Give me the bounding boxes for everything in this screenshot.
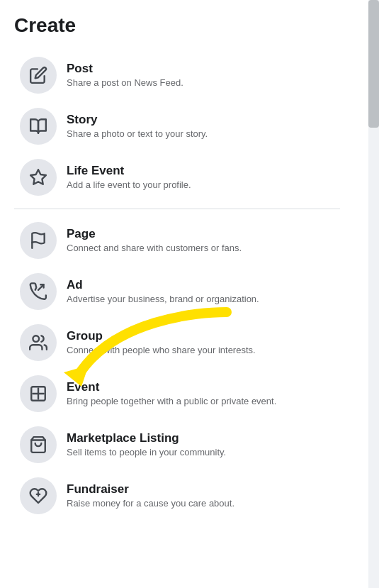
group-text: Group Connect with people who share your… — [67, 328, 256, 357]
fundraiser-desc: Raise money for a cause you care about. — [67, 497, 234, 510]
life-event-title: Life Event — [67, 163, 191, 179]
fundraiser-icon — [20, 477, 57, 514]
marketplace-desc: Sell items to people in your community. — [67, 446, 226, 459]
svg-point-2 — [33, 335, 39, 342]
menu-item-page[interactable]: Page Connect and share with customers or… — [14, 215, 340, 266]
page-icon — [20, 222, 57, 259]
life-event-desc: Add a life event to your profile. — [67, 179, 191, 192]
story-title: Story — [67, 112, 208, 128]
page-title: Create — [14, 14, 340, 37]
post-icon — [20, 57, 57, 94]
event-desc: Bring people together with a public or p… — [67, 395, 276, 408]
group-icon — [20, 324, 57, 361]
event-title: Event — [67, 379, 276, 395]
post-title: Post — [67, 61, 183, 77]
svg-marker-0 — [30, 170, 46, 184]
post-text: Post Share a post on News Feed. — [67, 61, 183, 89]
marketplace-title: Marketplace Listing — [67, 431, 226, 446]
menu-item-marketplace[interactable]: Marketplace Listing Sell items to people… — [14, 419, 340, 470]
menu-item-life-event[interactable]: Life Event Add a life event to your prof… — [14, 152, 340, 203]
fundraiser-text: Fundraiser Raise money for a cause you c… — [67, 482, 234, 510]
menu-item-group[interactable]: Group Connect with people who share your… — [14, 317, 340, 368]
divider-1 — [14, 209, 340, 209]
group-desc: Connect with people who share your inter… — [67, 344, 256, 357]
event-text: Event Bring people together with a publi… — [67, 379, 276, 408]
life-event-text: Life Event Add a life event to your prof… — [67, 163, 191, 192]
page-text: Page Connect and share with customers or… — [67, 226, 242, 255]
ad-title: Ad — [67, 277, 259, 293]
scrollbar[interactable] — [368, 0, 379, 588]
menu-item-story[interactable]: Story Share a photo or text to your stor… — [14, 101, 340, 152]
story-desc: Share a photo or text to your story. — [67, 128, 208, 140]
menu-item-fundraiser[interactable]: Fundraiser Raise money for a cause you c… — [14, 470, 340, 521]
event-icon — [20, 375, 57, 412]
menu-item-ad[interactable]: Ad Advertise your business, brand or org… — [14, 266, 340, 317]
fundraiser-title: Fundraiser — [67, 482, 234, 497]
ad-desc: Advertise your business, brand or organi… — [67, 293, 259, 306]
group-title: Group — [67, 328, 256, 344]
marketplace-text: Marketplace Listing Sell items to people… — [67, 431, 226, 459]
story-icon — [20, 108, 57, 145]
post-desc: Share a post on News Feed. — [67, 77, 183, 89]
menu-item-event[interactable]: Event Bring people together with a publi… — [14, 368, 340, 419]
life-event-icon — [20, 159, 57, 196]
scrollbar-thumb[interactable] — [368, 0, 379, 128]
story-text: Story Share a photo or text to your stor… — [67, 112, 208, 140]
ad-icon — [20, 273, 57, 310]
ad-text: Ad Advertise your business, brand or org… — [67, 277, 259, 306]
menu-item-post[interactable]: Post Share a post on News Feed. — [14, 50, 340, 101]
marketplace-icon — [20, 426, 57, 463]
page-title-item: Page — [67, 226, 242, 242]
page-desc: Connect and share with customers or fans… — [67, 242, 242, 255]
